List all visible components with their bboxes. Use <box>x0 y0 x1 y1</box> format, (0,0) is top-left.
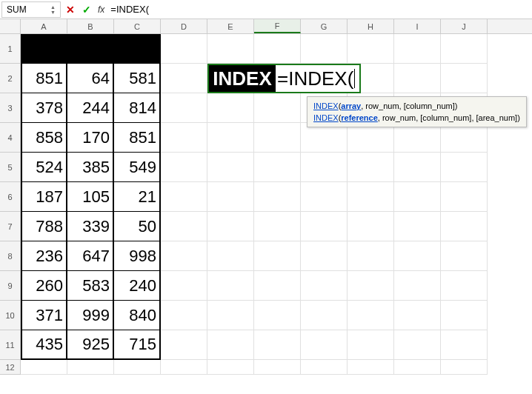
cell-D9[interactable] <box>161 271 207 301</box>
cell-G8[interactable] <box>301 241 348 271</box>
row-header-9[interactable]: 9 <box>0 271 21 301</box>
cell-H10[interactable] <box>348 301 394 330</box>
cell-E1[interactable] <box>207 34 254 64</box>
cell-A8[interactable]: 236 <box>21 241 67 271</box>
col-header-J[interactable]: J <box>441 19 488 33</box>
formula-input[interactable] <box>107 4 532 15</box>
cell-I9[interactable] <box>394 271 441 301</box>
cell-D3[interactable] <box>161 93 207 123</box>
cell-A1[interactable] <box>21 34 67 64</box>
cell-F6[interactable] <box>254 182 301 212</box>
cell-F8[interactable] <box>254 241 301 271</box>
cell-B8[interactable]: 647 <box>67 241 114 271</box>
cell-G10[interactable] <box>301 301 348 330</box>
cell-C8[interactable]: 998 <box>114 241 161 271</box>
col-header-E[interactable]: E <box>207 19 254 33</box>
cell-B12[interactable] <box>67 360 114 375</box>
cell-I10[interactable] <box>394 301 441 330</box>
cell-E8[interactable] <box>207 241 254 271</box>
cell-E2-label[interactable]: INDEX <box>207 64 276 93</box>
col-header-I[interactable]: I <box>394 19 441 33</box>
cell-B5[interactable]: 385 <box>67 153 114 182</box>
cell-A2[interactable]: 851 <box>21 64 67 93</box>
cell-G4[interactable] <box>301 123 348 153</box>
cell-I12[interactable] <box>394 360 441 375</box>
row-header-2[interactable]: 2 <box>0 64 21 93</box>
cell-C1[interactable] <box>114 34 161 64</box>
cell-J1[interactable] <box>441 34 488 64</box>
cell-I6[interactable] <box>394 182 441 212</box>
cell-J10[interactable] <box>441 301 488 330</box>
cell-F12[interactable] <box>254 360 301 375</box>
cell-J2[interactable] <box>441 64 488 93</box>
col-header-C[interactable]: C <box>114 19 161 33</box>
row-header-12[interactable]: 12 <box>0 360 21 375</box>
cell-B9[interactable]: 583 <box>67 271 114 301</box>
cell-F11[interactable] <box>254 330 301 360</box>
cell-G6[interactable] <box>301 182 348 212</box>
col-header-D[interactable]: D <box>161 19 207 33</box>
cell-H8[interactable] <box>348 241 394 271</box>
cell-J5[interactable] <box>441 153 488 182</box>
cell-E5[interactable] <box>207 153 254 182</box>
cell-J8[interactable] <box>441 241 488 271</box>
cell-D5[interactable] <box>161 153 207 182</box>
cell-G12[interactable] <box>301 360 348 375</box>
cell-C11[interactable]: 715 <box>114 330 161 360</box>
cell-B4[interactable]: 170 <box>67 123 114 153</box>
cell-C4[interactable]: 851 <box>114 123 161 153</box>
cell-F5[interactable] <box>254 153 301 182</box>
confirm-button[interactable]: ✓ <box>79 1 95 18</box>
row-header-11[interactable]: 11 <box>0 330 21 360</box>
cell-J7[interactable] <box>441 212 488 241</box>
cell-H12[interactable] <box>348 360 394 375</box>
cell-H7[interactable] <box>348 212 394 241</box>
cell-C5[interactable]: 549 <box>114 153 161 182</box>
cell-D7[interactable] <box>161 212 207 241</box>
col-header-H[interactable]: H <box>348 19 394 33</box>
cell-A5[interactable]: 524 <box>21 153 67 182</box>
row-header-10[interactable]: 10 <box>0 301 21 330</box>
cell-E10[interactable] <box>207 301 254 330</box>
cell-J4[interactable] <box>441 123 488 153</box>
cell-E3[interactable] <box>207 93 254 123</box>
cell-J11[interactable] <box>441 330 488 360</box>
cell-B2[interactable]: 64 <box>67 64 114 93</box>
fx-icon[interactable]: fx <box>98 4 104 15</box>
cell-D11[interactable] <box>161 330 207 360</box>
cell-E6[interactable] <box>207 182 254 212</box>
cell-B10[interactable]: 999 <box>67 301 114 330</box>
tooltip-fn-1[interactable]: INDEX <box>313 101 339 110</box>
cell-I8[interactable] <box>394 241 441 271</box>
cell-E4[interactable] <box>207 123 254 153</box>
cell-I2[interactable] <box>394 64 441 93</box>
col-header-A[interactable]: A <box>21 19 67 33</box>
cancel-button[interactable]: ✕ <box>62 1 79 18</box>
cell-C2[interactable]: 581 <box>114 64 161 93</box>
cell-F4[interactable] <box>254 123 301 153</box>
cell-C10[interactable]: 840 <box>114 301 161 330</box>
cell-A3[interactable]: 378 <box>21 93 67 123</box>
cell-G11[interactable] <box>301 330 348 360</box>
cell-G5[interactable] <box>301 153 348 182</box>
cell-E7[interactable] <box>207 212 254 241</box>
row-header-8[interactable]: 8 <box>0 241 21 271</box>
tooltip-arg-reference[interactable]: reference <box>341 113 378 122</box>
name-box-stepper[interactable]: ▲ ▼ <box>50 4 56 15</box>
cell-C12[interactable] <box>114 360 161 375</box>
cell-G9[interactable] <box>301 271 348 301</box>
cell-C7[interactable]: 50 <box>114 212 161 241</box>
cell-A6[interactable]: 187 <box>21 182 67 212</box>
cell-G7[interactable] <box>301 212 348 241</box>
cell-D6[interactable] <box>161 182 207 212</box>
cell-D2[interactable] <box>161 64 207 93</box>
cell-G1[interactable] <box>301 34 348 64</box>
cell-A4[interactable]: 858 <box>21 123 67 153</box>
cell-H9[interactable] <box>348 271 394 301</box>
select-all-corner[interactable] <box>0 19 21 33</box>
cell-B11[interactable]: 925 <box>67 330 114 360</box>
cell-D1[interactable] <box>161 34 207 64</box>
cell-B7[interactable]: 339 <box>67 212 114 241</box>
row-header-3[interactable]: 3 <box>0 93 21 123</box>
cell-I7[interactable] <box>394 212 441 241</box>
